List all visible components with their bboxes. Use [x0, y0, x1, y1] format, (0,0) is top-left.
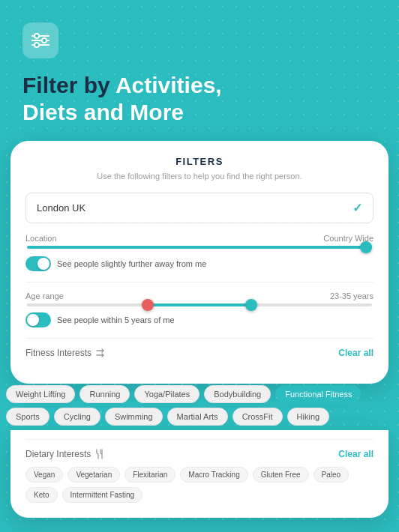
location-toggle[interactable]	[26, 256, 51, 271]
tag-keto[interactable]: Keto	[26, 487, 58, 503]
fork-knife-icon	[95, 449, 104, 459]
location-toggle-label: See people slightly further away from me	[57, 259, 206, 268]
tag-macro-tracking[interactable]: Macro Tracking	[180, 467, 248, 483]
dietary-label: Dietary Interests	[26, 449, 104, 459]
age-value: 23-35 years	[330, 291, 374, 300]
svg-point-3	[34, 34, 39, 38]
tag-weight-lifting[interactable]: Weight Lifting	[6, 385, 75, 403]
dietary-tags-container: Vegan Vegetarian Flexitarian Macro Track…	[26, 467, 374, 503]
tag-hiking[interactable]: Hiking	[287, 408, 330, 426]
svg-point-4	[42, 38, 46, 43]
fitness-label: Fitness Interests	[26, 348, 106, 358]
location-label: Location	[26, 234, 57, 243]
location-value: London UK	[37, 202, 86, 214]
tag-martial-arts[interactable]: Martial Arts	[167, 408, 228, 426]
age-toggle[interactable]	[26, 312, 51, 327]
dietary-card-section: Dietary Interests Clear all Vegan Vegeta…	[10, 430, 388, 518]
tag-bodybuilding[interactable]: Bodybuilding	[204, 385, 271, 403]
svg-point-5	[34, 43, 39, 47]
headline-text2: Activities,	[116, 73, 222, 97]
tag-gluten-free[interactable]: Gluten Free	[253, 467, 309, 483]
filter-icon-wrapper	[22, 22, 58, 58]
tag-swimming[interactable]: Swimming	[105, 408, 163, 426]
fitness-header-row: Fitness Interests Clear all	[26, 348, 374, 358]
filter-icon	[31, 32, 50, 49]
dietary-clear-button[interactable]: Clear all	[338, 449, 374, 459]
fitness-clear-button[interactable]: Clear all	[338, 348, 374, 358]
headline-text1: Filter by	[22, 73, 116, 97]
tag-intermittent-fasting[interactable]: Intermittent Fasting	[62, 487, 143, 503]
shuffle-icon	[96, 348, 106, 357]
headline-text3: Diets and More	[22, 100, 184, 124]
tag-functional-fitness[interactable]: Functional Fitness	[275, 385, 362, 403]
location-checkmark: ✓	[352, 201, 362, 215]
tag-flexitarian[interactable]: Flexitarian	[124, 467, 176, 483]
fitness-tags-container: Weight Lifting Running Yoga/Pilates Body…	[0, 381, 399, 430]
filters-card: FILTERS Use the following filters to hel…	[10, 141, 388, 384]
location-input[interactable]: London UK ✓	[26, 193, 374, 223]
card-subtitle: Use the following filters to help you fi…	[26, 172, 374, 181]
age-section-row: Age range 23-35 years	[26, 291, 374, 300]
tag-paleo[interactable]: Paleo	[314, 467, 350, 483]
location-section-row: Location Country Wide	[26, 234, 374, 243]
tag-sports[interactable]: Sports	[6, 408, 50, 426]
tag-vegetarian[interactable]: Vegetarian	[68, 467, 120, 483]
age-toggle-label: See people within 5 years of me	[57, 315, 175, 324]
location-toggle-row: See people slightly further away from me	[26, 256, 374, 271]
tag-running[interactable]: Running	[80, 385, 130, 403]
card-title: FILTERS	[26, 156, 374, 167]
tag-vegan[interactable]: Vegan	[26, 467, 63, 483]
location-slider[interactable]	[26, 246, 374, 249]
tag-crossfit[interactable]: CrossFit	[232, 408, 283, 426]
age-toggle-row: See people within 5 years of me	[26, 312, 374, 327]
tag-yoga-pilates[interactable]: Yoga/Pilates	[134, 385, 200, 403]
dietary-header-row: Dietary Interests Clear all	[26, 449, 374, 459]
tag-cycling[interactable]: Cycling	[54, 408, 100, 426]
age-label: Age range	[26, 291, 64, 300]
headline: Filter by Activities, Diets and More	[22, 72, 376, 126]
age-slider[interactable]	[26, 303, 374, 306]
